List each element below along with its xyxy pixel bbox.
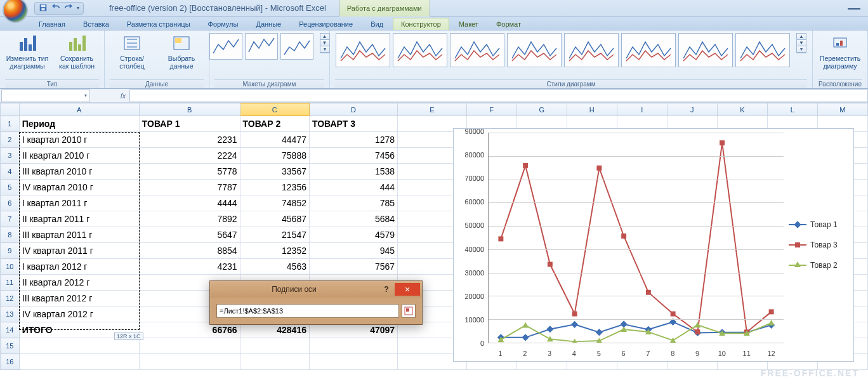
cell[interactable]: III квартал 2012 г <box>19 291 139 306</box>
tab-insert[interactable]: Вставка <box>75 18 117 30</box>
cell[interactable]: II квартал 2010 г <box>19 148 139 164</box>
cell[interactable]: 5684 <box>309 211 397 227</box>
cell[interactable]: IV квартал 2012 г <box>19 306 139 322</box>
row-header[interactable]: 4 <box>1 164 20 180</box>
cell[interactable]: I квартал 2010 г <box>19 132 139 148</box>
row-header[interactable]: 5 <box>1 180 20 195</box>
cell[interactable]: 45687 <box>240 211 309 227</box>
chart-style-preset[interactable] <box>678 33 733 67</box>
cell[interactable]: III квартал 2010 г <box>19 164 139 180</box>
cell[interactable] <box>309 354 397 370</box>
change-chart-type-button[interactable]: Изменить тип диаграммы <box>5 33 49 70</box>
range-picker-icon[interactable] <box>402 304 416 318</box>
row-header[interactable]: 3 <box>1 148 20 164</box>
row-header[interactable]: 15 <box>1 338 20 354</box>
chart-style-preset[interactable] <box>507 33 562 67</box>
redo-icon[interactable] <box>64 3 73 13</box>
legend-item[interactable]: Товар 3 <box>789 240 853 249</box>
cell[interactable]: IV квартал 2011 г <box>19 243 139 259</box>
row-header[interactable]: 12 <box>1 291 20 306</box>
save-icon[interactable] <box>39 3 48 13</box>
legend-item[interactable]: Товар 2 <box>789 261 853 270</box>
column-header[interactable]: L <box>767 103 817 116</box>
column-header[interactable]: H <box>567 103 617 116</box>
column-header[interactable]: K <box>717 103 767 116</box>
formula-input[interactable] <box>129 89 868 102</box>
cell[interactable]: 12352 <box>240 243 309 259</box>
cell[interactable]: 5647 <box>139 227 240 243</box>
tab-review[interactable]: Рецензирование <box>291 18 361 30</box>
cell[interactable] <box>240 338 309 354</box>
row-header[interactable]: 11 <box>1 275 20 291</box>
cell[interactable]: 74852 <box>240 195 309 211</box>
cell[interactable]: 785 <box>309 195 397 211</box>
row-header[interactable]: 16 <box>1 354 20 370</box>
cell[interactable]: Период <box>19 116 139 132</box>
column-header[interactable]: G <box>516 103 567 116</box>
row-header[interactable]: 6 <box>1 195 20 211</box>
window-minimize[interactable]: — <box>848 1 860 15</box>
chart-style-preset[interactable] <box>336 33 390 67</box>
cell[interactable]: 7892 <box>139 211 240 227</box>
embedded-chart[interactable]: 0100002000030000400005000060000700008000… <box>453 128 854 362</box>
cell[interactable]: 444 <box>309 180 397 195</box>
dialog-close-button[interactable]: × <box>395 283 420 296</box>
switch-row-column-button[interactable]: Строка/столбец <box>110 33 154 70</box>
cell[interactable]: 8854 <box>139 243 240 259</box>
qat-customize-icon[interactable]: ▾ <box>77 5 79 11</box>
cell[interactable]: II квартал 2011 г <box>19 211 139 227</box>
cell[interactable] <box>240 354 309 370</box>
cell[interactable]: 7456 <box>309 148 397 164</box>
column-header[interactable]: B <box>139 103 240 116</box>
cell[interactable] <box>139 338 240 354</box>
axis-label-range-input[interactable] <box>216 304 399 318</box>
cell[interactable]: ТОВАР 1 <box>139 116 240 132</box>
cell[interactable]: 5778 <box>139 164 240 180</box>
office-button[interactable] <box>3 0 28 23</box>
cell[interactable]: III квартал 2011 г <box>19 227 139 243</box>
cell[interactable] <box>19 354 139 370</box>
cell[interactable]: 33567 <box>240 164 309 180</box>
cell[interactable]: 4444 <box>139 195 240 211</box>
tab-home[interactable]: Главная <box>30 18 74 30</box>
cell[interactable]: ТОВАРТ 3 <box>309 116 397 132</box>
row-header[interactable]: 14 <box>1 322 20 338</box>
column-header[interactable]: A <box>19 103 139 116</box>
row-header[interactable]: 10 <box>1 259 20 275</box>
chart-style-preset[interactable] <box>735 33 790 67</box>
move-chart-button[interactable]: Переместить диаграмму <box>818 33 862 70</box>
cell[interactable]: 4231 <box>139 259 240 275</box>
tab-data[interactable]: Данные <box>247 18 289 30</box>
row-header[interactable]: 13 <box>1 306 20 322</box>
cell[interactable]: 75888 <box>240 148 309 164</box>
column-header[interactable]: M <box>817 103 867 116</box>
chart-layout-preset[interactable] <box>280 33 313 60</box>
cell[interactable]: 44477 <box>240 132 309 148</box>
tab-chart-format[interactable]: Формат <box>488 18 529 30</box>
chart-layout-preset[interactable] <box>209 33 242 60</box>
column-header[interactable]: F <box>466 103 516 116</box>
cell[interactable] <box>139 354 240 370</box>
cell[interactable]: 1278 <box>309 132 397 148</box>
cell[interactable]: 945 <box>309 243 397 259</box>
select-all-corner[interactable] <box>1 103 20 116</box>
cell[interactable]: 2224 <box>139 148 240 164</box>
cell[interactable]: 21547 <box>240 227 309 243</box>
cell[interactable]: IV квартал 2010 г <box>19 180 139 195</box>
column-header[interactable]: E <box>398 103 467 116</box>
tab-page-layout[interactable]: Разметка страницы <box>119 18 199 30</box>
row-header[interactable]: 8 <box>1 227 20 243</box>
row-header[interactable]: 7 <box>1 211 20 227</box>
chart-style-preset[interactable] <box>564 33 619 67</box>
dialog-titlebar[interactable]: Подписи оси ? × <box>210 281 422 298</box>
cell[interactable]: I квартал 2012 г <box>19 259 139 275</box>
undo-icon[interactable] <box>51 3 60 13</box>
fx-icon[interactable]: fx <box>117 92 129 100</box>
cell[interactable]: 4563 <box>240 259 309 275</box>
save-as-template-button[interactable]: Сохранить как шаблон <box>55 33 99 70</box>
cell[interactable]: 12356 <box>240 180 309 195</box>
cell[interactable]: 2231 <box>139 132 240 148</box>
dialog-help-button[interactable]: ? <box>378 285 395 294</box>
cell[interactable]: 7567 <box>309 259 397 275</box>
cell[interactable]: 1538 <box>309 164 397 180</box>
